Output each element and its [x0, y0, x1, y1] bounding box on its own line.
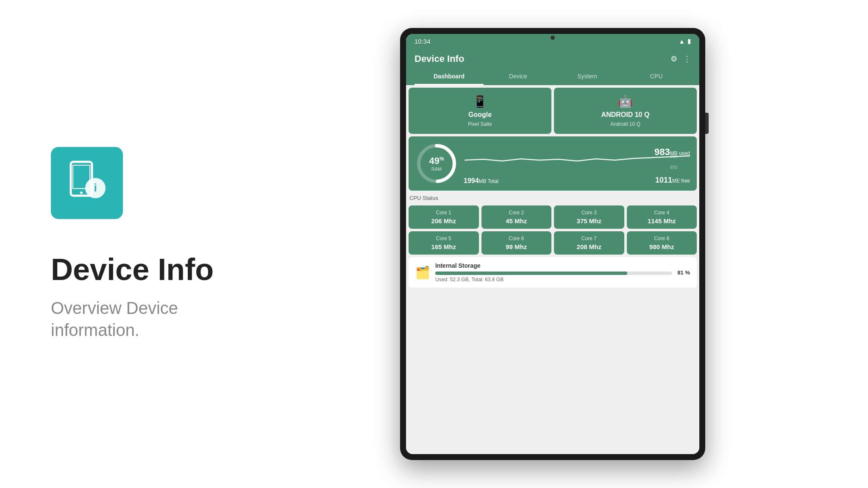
svg-text:i: i: [94, 181, 97, 194]
storage-title: Internal Storage: [435, 262, 672, 269]
tablet-side-button: [705, 113, 709, 134]
phone-icon: 📱: [473, 94, 487, 108]
storage-icon: 🗂️: [415, 266, 430, 280]
core-grid-row2: Core 5 165 Mhz Core 6 99 Mhz Core 7 208 …: [406, 231, 699, 255]
ram-percent-text: 49% RAM: [429, 155, 444, 172]
app-header: Device Info ⚙ ⋮ Dashboard Device Sy: [406, 48, 699, 85]
svg-point-2: [80, 191, 83, 194]
tab-system[interactable]: System: [553, 69, 622, 85]
tablet-camera: [551, 36, 555, 40]
tab-dashboard[interactable]: Dashboard: [415, 69, 484, 85]
right-panel: 10:34 ▲ ▮ Device Info ⚙ ⋮: [246, 0, 868, 488]
status-time: 10:34: [415, 38, 431, 45]
cpu-status-label: CPU Status: [406, 193, 699, 203]
ram-total: 1994MB Total: [464, 177, 498, 185]
storage-percent: 81 %: [677, 269, 690, 276]
tabs: Dashboard Device System CPU: [415, 69, 691, 85]
core-1: Core 1 206 Mhz: [409, 205, 479, 229]
tablet-device: 10:34 ▲ ▮ Device Info ⚙ ⋮: [400, 28, 705, 460]
more-icon[interactable]: ⋮: [683, 54, 691, 64]
storage-details: Used: 52.3 GB, Total: 63.8 GB: [435, 277, 672, 283]
device-card-android: 🤖 ANDROID 10 Q Android 10 Q: [554, 88, 697, 134]
ram-gauge: 49% RAM: [415, 142, 458, 185]
settings-icon[interactable]: ⚙: [670, 54, 677, 64]
ram-free: 1011ME free: [655, 176, 690, 185]
status-icons: ▲ ▮: [679, 37, 691, 45]
device-name: Google: [468, 111, 492, 119]
app-icon: i: [51, 147, 123, 219]
core-grid-row1: Core 1 206 Mhz Core 2 45 Mhz Core 3 375 …: [406, 205, 699, 229]
ram-chart: 983MB used 980 970: [465, 147, 690, 180]
header-top: Device Info ⚙ ⋮: [415, 53, 691, 64]
ram-section: 49% RAM 983MB used 980 970: [409, 136, 697, 191]
left-panel: i Device Info Overview Device informatio…: [0, 0, 246, 488]
android-icon: 🤖: [618, 94, 633, 108]
storage-section: 🗂️ Internal Storage Used: 52.3 GB, Total…: [409, 257, 697, 288]
storage-bar-fill: [435, 272, 627, 275]
android-version-sub: Android 10 Q: [610, 121, 640, 127]
android-version: ANDROID 10 Q: [601, 111, 650, 119]
storage-info: Internal Storage Used: 52.3 GB, Total: 6…: [435, 262, 672, 283]
core-8: Core 8 980 Mhz: [627, 231, 697, 255]
device-cards: 📱 Google Pixel Salte 🤖 ANDROID 10 Q Andr…: [406, 85, 699, 134]
content-area: 📱 Google Pixel Salte 🤖 ANDROID 10 Q Andr…: [406, 85, 699, 454]
app-title: Device Info: [51, 253, 220, 286]
battery-icon: ▮: [687, 37, 691, 45]
header-icons: ⚙ ⋮: [670, 54, 691, 64]
ram-chart-svg: [465, 144, 690, 174]
core-4: Core 4 1145 Mhz: [627, 205, 697, 229]
header-title: Device Info: [415, 53, 464, 64]
core-2: Core 2 45 Mhz: [481, 205, 552, 229]
tab-cpu[interactable]: CPU: [622, 69, 691, 85]
tablet-screen: 10:34 ▲ ▮ Device Info ⚙ ⋮: [406, 34, 699, 454]
device-model: Pixel Salte: [468, 121, 492, 127]
app-subtitle: Overview Device information.: [51, 297, 220, 341]
storage-bar: [435, 272, 672, 275]
tab-device[interactable]: Device: [484, 69, 553, 85]
core-7: Core 7 208 Mhz: [554, 231, 624, 255]
core-6: Core 6 99 Mhz: [481, 231, 552, 255]
device-card-google: 📱 Google Pixel Salte: [409, 88, 551, 134]
core-3: Core 3 375 Mhz: [554, 205, 624, 229]
signal-icon: ▲: [679, 38, 685, 45]
core-5: Core 5 165 Mhz: [409, 231, 479, 255]
